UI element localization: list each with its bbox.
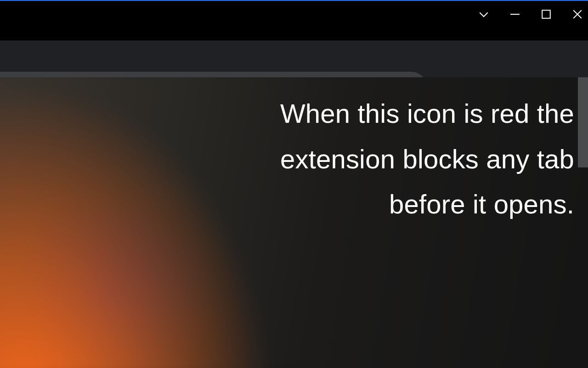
browser-toolbar bbox=[0, 28, 588, 77]
maximize-button[interactable] bbox=[539, 7, 553, 21]
tabs-search-button[interactable] bbox=[477, 7, 491, 21]
callout-text: When this icon is red the extension bloc… bbox=[198, 91, 574, 227]
page-content: When this icon is red the extension bloc… bbox=[0, 77, 588, 368]
window-titlebar bbox=[0, 0, 588, 28]
close-button[interactable] bbox=[571, 7, 584, 21]
minimize-button[interactable] bbox=[508, 7, 522, 21]
svg-rect-1 bbox=[542, 10, 550, 18]
scrollbar-thumb[interactable] bbox=[578, 77, 588, 167]
